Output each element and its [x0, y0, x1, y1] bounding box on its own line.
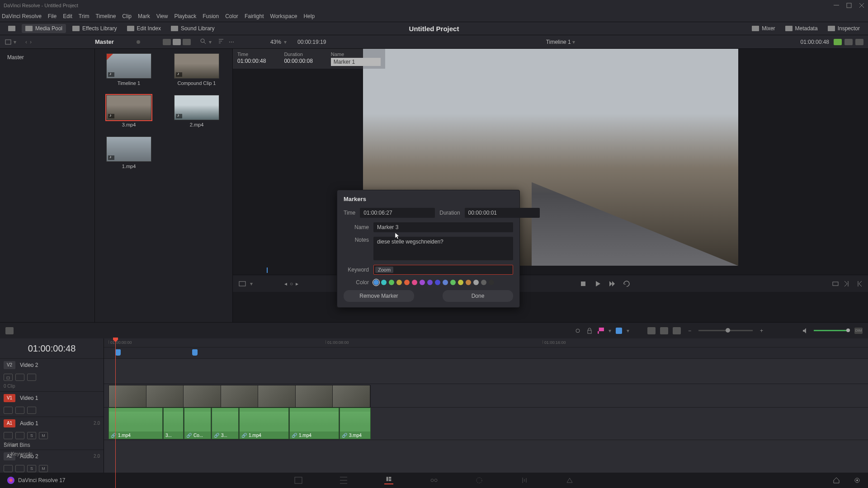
color-swatch[interactable] [458, 280, 463, 285]
timeline-ruler[interactable]: 01:00:00:00 01:00:08:00 01:00:16:00 [104, 338, 868, 347]
zoom-full-icon[interactable] [647, 327, 656, 334]
color-swatch[interactable] [396, 280, 402, 285]
color-swatch[interactable] [473, 280, 479, 285]
audio-clip[interactable]: 🔗Co... [184, 408, 211, 439]
maximize-icon[interactable] [846, 3, 852, 8]
audio-clip[interactable]: 🔗1.mp4 [239, 408, 289, 439]
color-swatch[interactable] [435, 280, 440, 285]
color-swatch[interactable] [389, 280, 394, 285]
color-page-icon[interactable] [475, 476, 484, 484]
color-swatch[interactable] [466, 280, 471, 285]
view-thumb-icon[interactable] [173, 39, 181, 45]
track-header-a1[interactable]: A1 Audio 1 2.0 [0, 417, 104, 429]
menu-item[interactable]: Help [303, 13, 315, 19]
goto-end-icon[interactable] [855, 280, 863, 287]
play-button[interactable] [594, 280, 601, 287]
chevron-down-icon[interactable]: ▾ [209, 39, 212, 45]
lock-icon[interactable] [4, 465, 13, 472]
track-badge[interactable]: A1 [4, 419, 15, 427]
chevron-down-icon[interactable]: ▾ [627, 328, 629, 334]
color-swatch[interactable] [404, 280, 410, 285]
metadata-button[interactable]: Metadata [782, 24, 821, 33]
timeline-view-icon[interactable] [5, 327, 14, 334]
viewer-scrubber[interactable] [233, 266, 868, 275]
search-icon[interactable] [200, 38, 206, 46]
color-swatch[interactable] [381, 280, 387, 285]
clip-item[interactable]: 3.mp4 [99, 95, 158, 127]
zoom-slider[interactable] [698, 330, 753, 331]
playhead[interactable] [115, 338, 116, 488]
track-a2-lane[interactable] [104, 440, 868, 452]
audio-clip[interactable]: 🔗3... [212, 408, 239, 439]
marker-duration-field[interactable] [465, 208, 540, 218]
timeline-marker[interactable] [192, 349, 198, 356]
track-badge[interactable]: V1 [4, 394, 15, 402]
bin-master[interactable]: Master [4, 52, 91, 62]
edit-index-button[interactable]: Edit Index [123, 24, 165, 33]
color-swatch[interactable] [412, 280, 417, 285]
bypass-icon[interactable] [834, 39, 842, 45]
menu-item[interactable]: Fairlight [245, 13, 264, 19]
lock-icon[interactable] [586, 327, 593, 334]
nav-back-icon[interactable]: ‹ [25, 39, 27, 45]
menu-item[interactable]: Trim [79, 13, 90, 19]
view-list-icon[interactable] [183, 39, 191, 45]
edit-page-icon[interactable] [384, 476, 393, 484]
marker-time-field[interactable] [360, 208, 435, 218]
effects-library-button[interactable]: Effects Library [69, 24, 120, 33]
more-icon[interactable]: ⋯ [229, 39, 234, 45]
marker-row[interactable] [104, 347, 868, 358]
menu-item[interactable]: Color [225, 13, 238, 19]
video-clip[interactable] [108, 385, 371, 408]
audio-clip[interactable]: 🔗1.mp4 [289, 408, 339, 439]
overlay-name-input[interactable]: Marker 1 [331, 58, 381, 66]
chevron-down-icon[interactable]: ▾ [284, 39, 287, 45]
viewer-zoom[interactable]: 43% [270, 39, 281, 45]
auto-select-icon[interactable] [15, 374, 24, 381]
color-swatch[interactable] [481, 280, 486, 285]
dim-button[interactable]: DIM [854, 328, 863, 334]
clip-item[interactable]: 2.mp4 [167, 95, 226, 127]
track-badge[interactable]: V2 [4, 361, 15, 369]
crop-icon[interactable] [238, 281, 246, 287]
clip-item[interactable]: Compound Clip 1 [167, 53, 226, 86]
marker-keyword-field[interactable]: Zoom [373, 265, 513, 275]
settings-icon[interactable] [854, 477, 861, 484]
menu-item[interactable]: DaVinci Resolve [2, 13, 42, 19]
clip-item[interactable]: Timeline 1 [99, 53, 158, 86]
fusion-page-icon[interactable] [429, 476, 439, 484]
zoom-custom-icon[interactable] [673, 327, 681, 334]
smart-bin-keywords[interactable]: Keywords [4, 450, 91, 457]
mixer-button[interactable]: Mixer [748, 24, 778, 33]
color-swatch[interactable] [427, 280, 433, 285]
prev-edit-icon[interactable]: ◂ [284, 281, 287, 287]
more-icon[interactable] [855, 39, 863, 45]
smart-bins-header[interactable]: Smart Bins [4, 442, 91, 448]
audio-clip[interactable]: 3... [163, 408, 184, 439]
zoom-in-icon[interactable]: + [760, 328, 763, 334]
done-button[interactable]: Done [443, 290, 513, 302]
chevron-down-icon[interactable]: ▾ [250, 281, 253, 287]
close-icon[interactable] [859, 3, 864, 8]
remove-marker-button[interactable]: Remove Marker [344, 290, 414, 302]
goto-in-icon[interactable] [832, 280, 839, 287]
menu-item[interactable]: Clip [122, 13, 132, 19]
track-a1-lane[interactable]: 🔗1.mp4 3... 🔗Co... 🔗3... 🔗1.mp4 🔗1.mp4 🔗… [104, 407, 868, 440]
solo-button[interactable]: S [27, 465, 36, 472]
nav-fwd-icon[interactable]: › [30, 39, 32, 45]
track-header-v1[interactable]: V1 Video 1 [0, 391, 104, 404]
fairlight-page-icon[interactable] [520, 476, 529, 484]
cut-page-icon[interactable] [339, 476, 348, 484]
auto-select-icon[interactable] [15, 407, 24, 414]
media-pool-button[interactable]: Media Pool [22, 24, 66, 33]
flag-icon[interactable] [598, 328, 604, 334]
next-edit-icon[interactable]: ▸ [296, 281, 298, 287]
view-metadata-icon[interactable] [163, 39, 171, 45]
bin-path[interactable]: Master [95, 38, 114, 45]
color-swatch[interactable] [450, 280, 456, 285]
match-frame-icon[interactable]: ○ [290, 281, 293, 287]
loop-button[interactable] [623, 280, 630, 287]
lock-icon[interactable] [4, 407, 13, 414]
link-icon[interactable] [574, 327, 581, 334]
bin-dropdown-icon[interactable] [5, 38, 12, 46]
